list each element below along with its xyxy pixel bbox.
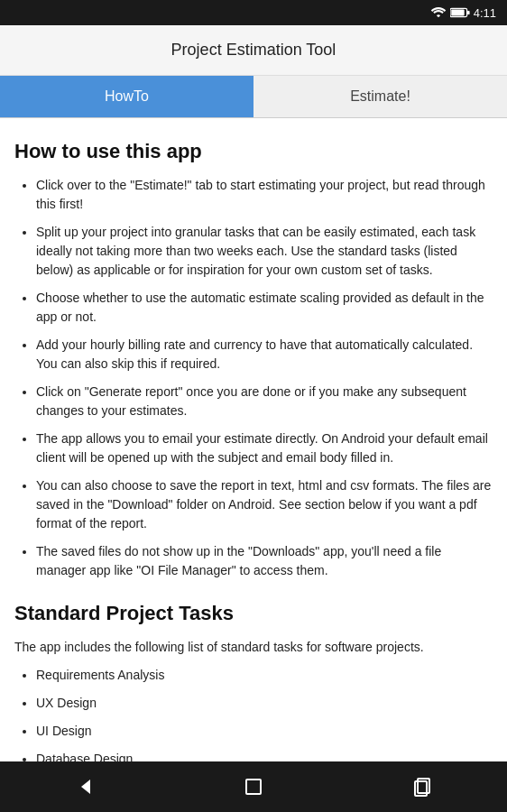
list-item: You can also choose to save the report i…	[36, 476, 493, 533]
list-item: Requirements Analysis	[36, 666, 493, 685]
standard-tasks-section-title: Standard Project Tasks	[14, 602, 493, 625]
back-button[interactable]	[71, 773, 98, 800]
battery-icon	[450, 7, 470, 18]
list-item: The app allows you to email your estimat…	[36, 429, 493, 467]
status-icons: 4:11	[430, 6, 496, 20]
status-time: 4:11	[474, 6, 496, 20]
tab-estimate[interactable]: Estimate!	[254, 76, 507, 117]
list-item: UX Design	[36, 694, 493, 713]
howto-section-title: How to use this app	[14, 140, 493, 163]
svg-marker-3	[81, 780, 90, 794]
list-item: Click over to the "Estimate!" tab to sta…	[36, 176, 493, 214]
svg-rect-1	[451, 10, 464, 16]
app-title: Project Estimation Tool	[171, 41, 336, 60]
list-item: Database Design	[36, 750, 493, 761]
tab-bar: HowTo Estimate!	[0, 76, 507, 118]
list-item: Add your hourly billing rate and currenc…	[36, 336, 493, 374]
recents-button[interactable]	[409, 773, 436, 800]
list-item: UI Design	[36, 722, 493, 741]
standard-tasks-list: Requirements Analysis UX Design UI Desig…	[14, 666, 493, 761]
list-item: Split up your project into granular task…	[36, 223, 493, 280]
tab-howto[interactable]: HowTo	[0, 76, 254, 117]
home-button[interactable]	[240, 773, 267, 800]
instruction-list: Click over to the "Estimate!" tab to sta…	[14, 176, 493, 580]
wifi-icon	[430, 6, 447, 19]
list-item: Click on "Generate report" once you are …	[36, 383, 493, 420]
standard-tasks-description: The app includes the following list of s…	[14, 638, 493, 657]
list-item: The saved files do not show up in the "D…	[36, 542, 493, 580]
status-bar: 4:11	[0, 0, 507, 25]
nav-bar	[0, 761, 507, 812]
svg-rect-2	[467, 11, 470, 14]
list-item: Choose whether to use the automatic esti…	[36, 289, 493, 327]
content-area: How to use this app Click over to the "E…	[0, 118, 507, 761]
app-header: Project Estimation Tool	[0, 25, 507, 76]
svg-rect-4	[246, 780, 261, 794]
